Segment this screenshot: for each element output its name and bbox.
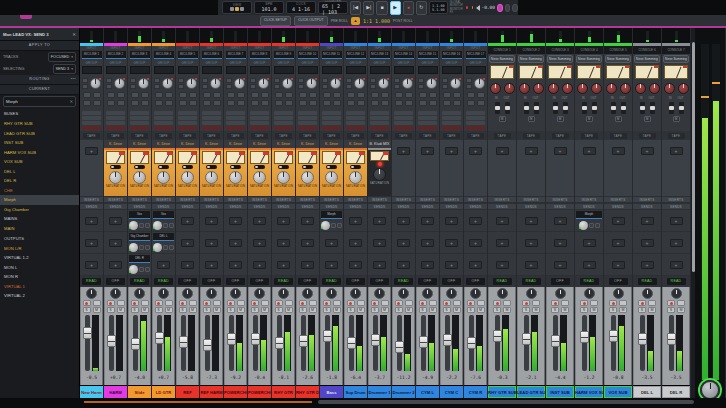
fader-handle[interactable]: [395, 341, 404, 353]
record-arm-button[interactable]: [419, 300, 427, 306]
tape-button[interactable]: TAPE: [347, 133, 364, 139]
record-arm-button[interactable]: [107, 300, 115, 306]
preamp-button[interactable]: [429, 92, 437, 98]
drive-plugin[interactable]: K. DriveSATURATION: [176, 140, 199, 196]
send-mute-button[interactable]: [169, 223, 174, 228]
bus-in-knob[interactable]: [635, 83, 646, 94]
add-send-button[interactable]: +: [373, 239, 386, 247]
pad-button[interactable]: [346, 84, 352, 89]
solo-button[interactable]: S: [419, 307, 427, 313]
add-send-button[interactable]: +: [421, 217, 434, 225]
track-name[interactable]: CYM R: [464, 385, 487, 398]
saturation-knob[interactable]: [205, 171, 218, 184]
insert-slot-red[interactable]: [466, 126, 485, 130]
add-plugin-button[interactable]: +: [583, 147, 596, 155]
horizontal-scroll-thumb[interactable]: [318, 400, 694, 404]
record-arm-button[interactable]: [443, 300, 451, 306]
add-send-button[interactable]: +: [325, 261, 338, 269]
preamp-button[interactable]: [419, 92, 427, 98]
panel-tab-marker[interactable]: [20, 15, 32, 19]
input-value[interactable]: MIC/LINE 2: [106, 51, 126, 59]
pad-button[interactable]: [394, 84, 400, 89]
send-mute-button[interactable]: [145, 267, 150, 272]
preamp-button[interactable]: [165, 100, 173, 106]
add-send-button[interactable]: +: [554, 239, 567, 247]
tape-button[interactable]: TAPE: [179, 133, 196, 139]
bus-plugin-button[interactable]: Neve Summing: [547, 55, 573, 63]
fader-handle[interactable]: [493, 330, 502, 342]
tape-button[interactable]: TAPE: [419, 133, 436, 139]
add-send-button[interactable]: +: [301, 217, 314, 225]
bus-plugin-button[interactable]: Neve Summing: [576, 55, 602, 63]
solo-button[interactable]: S: [493, 307, 501, 313]
send-pre-button[interactable]: [163, 245, 168, 250]
vertical-scrollbar[interactable]: [691, 28, 695, 398]
mute-button[interactable]: M: [677, 307, 685, 313]
insert-slot[interactable]: [466, 111, 485, 115]
tape-button[interactable]: TAPE: [371, 133, 388, 139]
insert-slot[interactable]: [154, 121, 173, 125]
preamp-button[interactable]: [395, 100, 403, 106]
go-to-end-button[interactable]: ▶|: [363, 1, 374, 15]
preamp-button[interactable]: [251, 92, 259, 98]
add-send-button[interactable]: +: [373, 261, 386, 269]
preamp-button[interactable]: [179, 92, 187, 98]
add-send-button[interactable]: +: [397, 217, 410, 225]
click-display[interactable]: CLICK 4 1-16: [286, 1, 316, 14]
input-monitor-button[interactable]: [333, 300, 341, 306]
preamp-button[interactable]: [357, 100, 365, 106]
mute-button[interactable]: M: [93, 307, 101, 313]
track-name[interactable]: Bass: [320, 385, 343, 398]
send-name[interactable]: Vox: [129, 211, 150, 219]
monitor-volume[interactable]: -0.00: [476, 5, 495, 11]
record-arm-button[interactable]: [323, 300, 331, 306]
insert-slot-red[interactable]: [418, 126, 437, 130]
preamp-button[interactable]: [131, 100, 139, 106]
drive-switch[interactable]: [206, 165, 217, 169]
input-value[interactable]: MIC/LINE 15: [418, 51, 438, 59]
track-name[interactable]: POWERCHORD 1: [224, 385, 247, 398]
insert-slot[interactable]: [370, 111, 389, 115]
automation-mode-button[interactable]: OFF: [346, 278, 365, 285]
pad-button[interactable]: [418, 84, 424, 89]
bus-plugin-button[interactable]: Neve Summing: [518, 55, 544, 63]
group-value[interactable]: [466, 66, 486, 74]
track-name[interactable]: HARM VOX SUB: [575, 385, 603, 398]
tape-button[interactable]: TAPE: [107, 133, 124, 139]
track-name[interactable]: VOX SUB: [604, 385, 632, 398]
pad-button[interactable]: [322, 84, 328, 89]
preamp-button[interactable]: [251, 100, 259, 106]
insert-slot-red[interactable]: [322, 126, 341, 130]
add-send-button[interactable]: +: [496, 239, 509, 247]
insert-slot[interactable]: [202, 116, 221, 120]
group-value[interactable]: [346, 66, 366, 74]
drive-switch[interactable]: [278, 165, 289, 169]
record-arm-button[interactable]: [275, 300, 283, 306]
group-value[interactable]: [274, 66, 294, 74]
bus-switch[interactable]: [563, 102, 568, 114]
insert-slot-red[interactable]: [226, 126, 245, 130]
add-send-button[interactable]: +: [85, 217, 98, 225]
bus-m-button[interactable]: M: [557, 116, 564, 122]
preamp-button[interactable]: [309, 100, 317, 106]
input-monitor-button[interactable]: [237, 300, 245, 306]
preamp-button[interactable]: [477, 100, 485, 106]
insert-slot-red[interactable]: [178, 126, 197, 130]
mute-button[interactable]: M: [532, 307, 540, 313]
track-name[interactable]: INST SUB: [546, 385, 574, 398]
preamp-button[interactable]: [237, 100, 245, 106]
add-send-button[interactable]: +: [277, 239, 290, 247]
send-mute-button[interactable]: [169, 245, 174, 250]
add-plugin-button[interactable]: +: [397, 147, 410, 155]
mute-button[interactable]: M: [117, 307, 125, 313]
solo-button[interactable]: S: [131, 307, 139, 313]
preamp-button[interactable]: [323, 100, 331, 106]
mute-button[interactable]: M: [619, 307, 627, 313]
click-output-button[interactable]: CLICK OUTPUT: [294, 16, 328, 26]
preamp-button[interactable]: [443, 92, 451, 98]
solo-button[interactable]: S: [551, 307, 559, 313]
input-value[interactable]: MIC/LINE 9: [274, 51, 294, 59]
add-send-button[interactable]: +: [554, 261, 567, 269]
mute-button[interactable]: M: [648, 307, 656, 313]
insert-slot[interactable]: [274, 116, 293, 120]
